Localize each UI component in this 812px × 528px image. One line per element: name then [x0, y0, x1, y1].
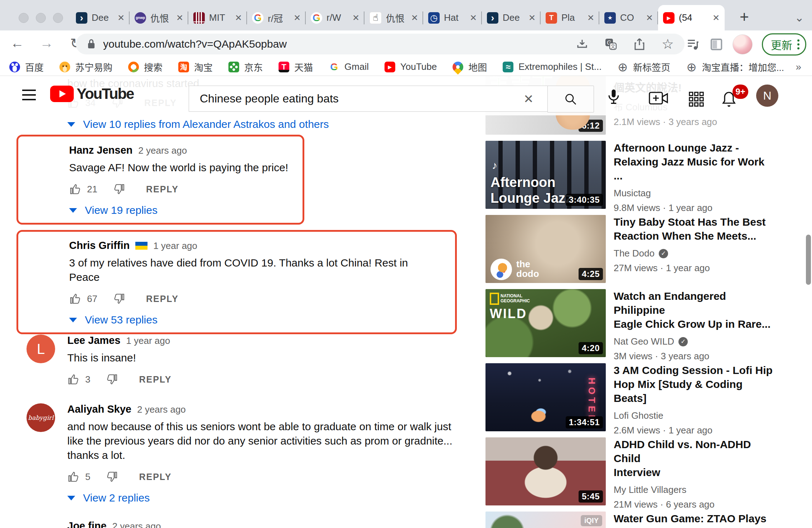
- video-channel[interactable]: Lofi Ghostie: [614, 410, 663, 421]
- browser-tab[interactable]: (54: [658, 5, 725, 30]
- browser-menu-icon[interactable]: [797, 39, 799, 49]
- like-icon[interactable]: [67, 373, 79, 385]
- close-tab-icon[interactable]: [235, 13, 242, 23]
- browser-tab[interactable]: Hat: [423, 5, 482, 30]
- zoom-window-button[interactable]: [53, 13, 63, 23]
- browser-tab[interactable]: CO: [599, 5, 658, 30]
- dislike-icon[interactable]: [106, 471, 118, 483]
- comment-author[interactable]: Lee James: [67, 335, 120, 346]
- comment-timestamp[interactable]: 2 years ago: [137, 404, 186, 415]
- close-tab-icon[interactable]: [587, 13, 594, 23]
- close-tab-icon[interactable]: [712, 13, 720, 23]
- dislike-icon[interactable]: [113, 183, 125, 195]
- account-avatar[interactable]: N: [756, 85, 778, 107]
- close-tab-icon[interactable]: [470, 13, 477, 23]
- browser-tab[interactable]: Dee: [71, 5, 130, 30]
- create-video-icon[interactable]: [649, 91, 669, 105]
- view-replies-link[interactable]: View 19 replies: [69, 204, 288, 216]
- bookmark-item[interactable]: Gmail: [329, 61, 369, 72]
- close-tab-icon[interactable]: [528, 13, 536, 23]
- view-replies-link[interactable]: View 10 replies from Alexander Astrakos …: [67, 118, 329, 130]
- bookmark-item[interactable]: 淘宝直播：增加您...: [686, 60, 784, 73]
- bookmark-star-icon[interactable]: [662, 36, 674, 52]
- browser-tab[interactable]: MIT: [188, 5, 247, 30]
- comment-timestamp[interactable]: 1 year ago: [153, 240, 197, 251]
- reply-button[interactable]: REPLY: [139, 374, 171, 385]
- comment-author[interactable]: Joe fine: [67, 520, 107, 528]
- comment-author[interactable]: Hanz Jensen: [69, 144, 132, 156]
- bookmark-item[interactable]: 搜索: [128, 60, 163, 73]
- youtube-apps-grid-icon[interactable]: [688, 91, 704, 107]
- video-thumbnail[interactable]: WILD NATIONAL GEOGRAPHIC 4:20: [485, 289, 606, 357]
- tab-search-chevron-icon[interactable]: [794, 11, 804, 24]
- bookmark-item[interactable]: Extremophiles | St...: [503, 61, 601, 72]
- dislike-icon[interactable]: [113, 293, 125, 305]
- side-panel-icon[interactable]: [710, 38, 723, 51]
- search-input[interactable]: [189, 86, 547, 112]
- video-channel[interactable]: Nat Geo WILD: [614, 336, 674, 347]
- back-button[interactable]: [9, 35, 25, 51]
- clear-search-icon[interactable]: [523, 92, 534, 106]
- browser-tab[interactable]: 仇恨: [130, 5, 188, 30]
- bookmark-item[interactable]: 淘宝: [178, 60, 213, 73]
- comment-avatar[interactable]: babygirl: [26, 403, 55, 432]
- bookmark-item[interactable]: 地图: [453, 60, 487, 73]
- translate-icon[interactable]: G 文: [604, 38, 617, 51]
- close-tab-icon[interactable]: [352, 13, 359, 23]
- lock-icon[interactable]: [87, 39, 96, 49]
- share-icon[interactable]: [633, 38, 646, 51]
- video-thumbnail[interactable]: HOTEL 1:34:51: [485, 363, 606, 431]
- scrollbar-thumb[interactable]: [806, 235, 811, 285]
- guide-menu-icon[interactable]: [22, 90, 36, 100]
- browser-tab[interactable]: Pla: [541, 5, 599, 30]
- bookmark-item[interactable]: 苏宁易购: [59, 60, 112, 73]
- new-tab-button[interactable]: [740, 8, 749, 26]
- video-channel[interactable]: My Little Villagers: [614, 484, 686, 495]
- video-title[interactable]: Watch an Endangered Philippine Eagle Chi…: [614, 289, 775, 331]
- bookmark-item[interactable]: YouTube: [385, 61, 437, 72]
- search-button[interactable]: [547, 86, 594, 112]
- view-replies-link[interactable]: View 2 replies: [67, 492, 465, 504]
- close-tab-icon[interactable]: [176, 13, 183, 23]
- forward-button[interactable]: [39, 35, 54, 51]
- comment-author[interactable]: Chris Griffin: [69, 240, 130, 251]
- video-title[interactable]: Afternoon Lounge Jazz - Relaxing Jazz Mu…: [614, 141, 775, 183]
- browser-tab[interactable]: 仇恨: [364, 5, 423, 30]
- close-tab-icon[interactable]: [294, 13, 301, 23]
- browser-tab[interactable]: r/W: [306, 5, 364, 30]
- download-icon[interactable]: [576, 38, 589, 51]
- close-tab-icon[interactable]: [411, 13, 418, 23]
- bookmark-item[interactable]: 新标签页: [617, 60, 670, 73]
- minimize-window-button[interactable]: [36, 13, 46, 23]
- reply-button[interactable]: REPLY: [146, 294, 179, 304]
- close-tab-icon[interactable]: [117, 13, 125, 23]
- media-playlist-icon[interactable]: [686, 38, 700, 51]
- comment-timestamp[interactable]: 1 year ago: [126, 335, 170, 346]
- like-icon[interactable]: [69, 183, 81, 195]
- comment-author[interactable]: Aaliyah Skye: [67, 403, 131, 415]
- voice-search-icon[interactable]: [606, 88, 622, 105]
- video-channel[interactable]: Musictag: [614, 188, 651, 199]
- bookmark-item[interactable]: 百度: [9, 60, 44, 73]
- youtube-logo[interactable]: YouTube: [50, 85, 134, 102]
- address-bar[interactable]: youtube.com/watch?v=QApAK5opbaw G 文: [76, 34, 685, 54]
- comment-timestamp[interactable]: 2 years ago: [138, 145, 187, 156]
- dislike-icon[interactable]: [106, 373, 118, 385]
- comment-avatar[interactable]: L: [26, 335, 55, 363]
- video-channel[interactable]: The Dodo: [614, 248, 654, 259]
- video-thumbnail[interactable]: 5:45: [485, 437, 606, 505]
- reply-button[interactable]: REPLY: [139, 472, 171, 482]
- close-tab-icon[interactable]: [646, 13, 653, 23]
- update-browser-button[interactable]: 更新: [762, 33, 806, 56]
- browser-tab[interactable]: r/冠: [247, 5, 306, 30]
- like-icon[interactable]: [67, 471, 79, 483]
- like-icon[interactable]: [69, 293, 81, 305]
- bookmarks-overflow-icon[interactable]: [796, 61, 801, 73]
- bookmark-item[interactable]: 京东: [228, 60, 263, 73]
- video-thumbnail[interactable]: iQIY: [485, 512, 606, 528]
- browser-tab[interactable]: Dee: [482, 5, 541, 30]
- video-title[interactable]: ADHD Child vs. Non-ADHD Child Interview: [614, 437, 775, 479]
- close-window-button[interactable]: [19, 13, 29, 23]
- video-title[interactable]: 3 AM Coding Session - Lofi Hip Hop Mix […: [614, 363, 775, 405]
- video-title[interactable]: Water Gun Game: ZTAO Plays A Joke With Y…: [614, 512, 775, 528]
